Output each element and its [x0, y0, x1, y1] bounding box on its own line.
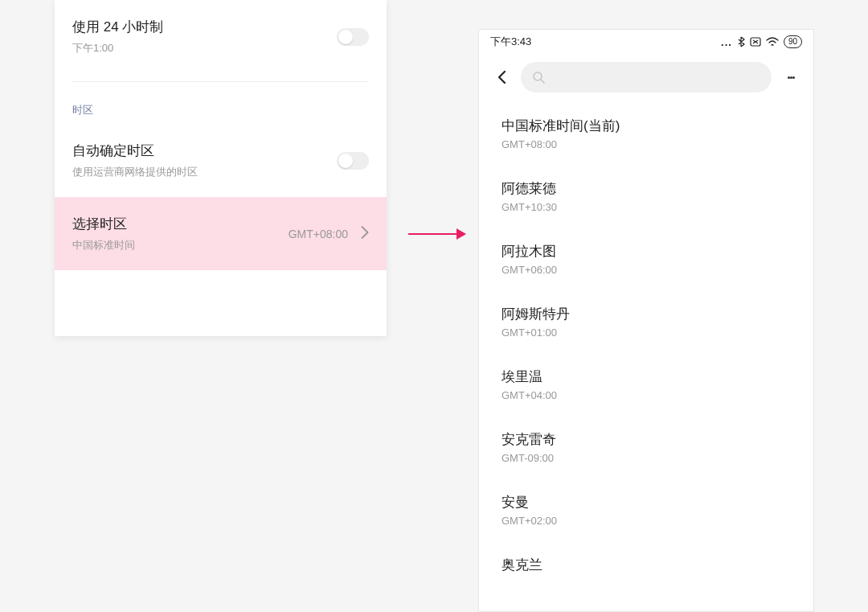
timezone-item[interactable]: 奥克兰 [479, 541, 813, 592]
timezone-offset: GMT+06:00 [502, 264, 791, 276]
timezone-item[interactable]: 安克雷奇 GMT-09:00 [479, 416, 813, 479]
battery-icon: 90 [784, 35, 802, 48]
timezone-item[interactable]: 阿拉木图 GMT+06:00 [479, 228, 813, 290]
toggle-auto-timezone[interactable] [337, 152, 369, 170]
timezone-offset: GMT+10:30 [502, 201, 791, 213]
row-24h-title: 使用 24 小时制 [72, 18, 369, 36]
status-icons: ... 90 [721, 35, 802, 48]
timezone-item[interactable]: 阿姆斯特丹 GMT+01:00 [479, 290, 813, 353]
timezone-offset: GMT+01:00 [502, 327, 791, 339]
timezone-offset: GMT-09:00 [502, 452, 791, 464]
row-autotz-subtitle: 使用运营商网络提供的时区 [72, 165, 369, 179]
timezone-name: 阿姆斯特丹 [502, 305, 791, 323]
timezone-name: 阿德莱德 [502, 179, 791, 198]
timezone-picker-panel: 下午3:43 ... 90 中国标准时间(当前) GMT+ [478, 29, 814, 612]
flow-arrow-icon [408, 230, 466, 238]
row-autotz-title: 自动确定时区 [72, 142, 369, 160]
timezone-item[interactable]: 阿德莱德 GMT+10:30 [479, 165, 813, 228]
section-header-timezone: 时区 [55, 90, 387, 124]
row-24h-subtitle: 下午1:00 [72, 41, 369, 55]
search-icon [532, 71, 545, 84]
settings-panel: 使用 24 小时制 下午1:00 时区 自动确定时区 使用运营商网络提供的时区 … [55, 0, 387, 336]
timezone-name: 阿拉木图 [502, 242, 791, 261]
chevron-right-icon [361, 226, 369, 242]
timezone-name: 安曼 [502, 493, 791, 511]
bluetooth-icon [737, 36, 745, 47]
row-auto-timezone[interactable]: 自动确定时区 使用运营商网络提供的时区 [55, 124, 387, 197]
toggle-24h[interactable] [337, 28, 369, 46]
more-button[interactable] [780, 66, 802, 88]
timezone-item[interactable]: 埃里温 GMT+04:00 [479, 353, 813, 416]
search-input[interactable] [521, 62, 772, 92]
timezone-offset: GMT+02:00 [502, 515, 791, 527]
timezone-item[interactable]: 中国标准时间(当前) GMT+08:00 [479, 102, 813, 165]
signal-icon: ... [721, 36, 732, 48]
timezone-item[interactable]: 安曼 GMT+02:00 [479, 479, 813, 541]
timezone-offset: GMT+04:00 [502, 389, 791, 401]
timezone-offset: GMT+08:00 [502, 138, 791, 150]
row-24h-format[interactable]: 使用 24 小时制 下午1:00 [55, 0, 387, 73]
status-time: 下午3:43 [490, 35, 531, 49]
timezone-name: 安克雷奇 [502, 430, 791, 449]
divider [72, 81, 369, 82]
back-button[interactable] [490, 66, 513, 88]
status-bar: 下午3:43 ... 90 [479, 30, 813, 52]
row-select-timezone[interactable]: 选择时区 中国标准时间 GMT+08:00 [55, 197, 387, 270]
wifi-icon [766, 37, 779, 47]
timezone-list[interactable]: 中国标准时间(当前) GMT+08:00 阿德莱德 GMT+10:30 阿拉木图… [479, 99, 813, 595]
no-sim-icon [750, 37, 761, 47]
row-selecttz-subtitle: 中国标准时间 [72, 238, 369, 253]
top-bar [479, 52, 813, 99]
timezone-name: 埃里温 [502, 368, 791, 386]
timezone-name: 奥克兰 [502, 556, 791, 574]
row-selecttz-value: GMT+08:00 [289, 228, 348, 240]
timezone-name: 中国标准时间(当前) [502, 117, 791, 135]
